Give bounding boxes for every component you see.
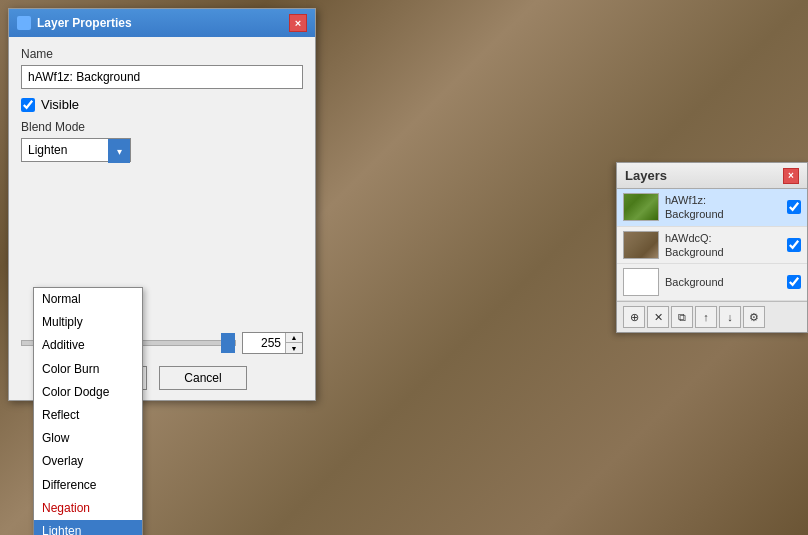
blend-option-difference[interactable]: Difference [34,474,142,497]
dialog-icon [17,16,31,30]
layer-thumb-1 [623,231,659,259]
blend-option-lighten[interactable]: Lighten [34,520,142,535]
cancel-button[interactable]: Cancel [159,366,246,390]
blend-mode-label: Blend Mode [21,120,303,134]
blend-option-color-dodge[interactable]: Color Dodge [34,381,142,404]
spinner-up[interactable]: ▲ [286,333,302,343]
visible-row: Visible [21,97,303,112]
blend-option-overlay[interactable]: Overlay [34,450,142,473]
layers-close-button[interactable]: × [783,168,799,184]
opacity-slider-thumb[interactable] [221,333,235,353]
visible-label: Visible [41,97,79,112]
layer-item-0[interactable]: hAWf1z:Background [617,189,807,227]
blend-select-container: Lighten ▾ Normal Multiply Additive Color… [21,138,303,162]
blend-option-normal[interactable]: Normal [34,288,142,311]
blend-option-glow[interactable]: Glow [34,427,142,450]
layer-thumb-2 [623,268,659,296]
spinner-down[interactable]: ▼ [286,343,302,353]
dialog-titlebar: Layer Properties × [9,9,315,37]
spinner-arrows: ▲ ▼ [285,333,302,353]
blend-option-multiply[interactable]: Multiply [34,311,142,334]
move-layer-up-button[interactable]: ↑ [695,306,717,328]
dialog-title: Layer Properties [37,16,132,30]
layer-item-1[interactable]: hAWdcQ:Background [617,227,807,265]
visible-checkbox[interactable] [21,98,35,112]
remove-layer-button[interactable]: ✕ [647,306,669,328]
name-input[interactable] [21,65,303,89]
layer-thumb-0 [623,193,659,221]
blend-option-negation[interactable]: Negation [34,497,142,520]
blend-option-color-burn[interactable]: Color Burn [34,358,142,381]
move-layer-down-button[interactable]: ↓ [719,306,741,328]
layers-panel-title: Layers [625,168,667,183]
duplicate-layer-button[interactable]: ⧉ [671,306,693,328]
layer-name-0: hAWf1z:Background [665,193,781,222]
opacity-spinner: ▲ ▼ [242,332,303,354]
layers-panel: Layers × hAWf1z:Background hAWdcQ:Backgr… [616,162,808,333]
dialog-close-button[interactable]: × [289,14,307,32]
blend-option-additive[interactable]: Additive [34,334,142,357]
dialog-title-left: Layer Properties [17,16,132,30]
layers-titlebar: Layers × [617,163,807,189]
blend-selected-value: Lighten [22,143,130,157]
dialog-body: Name Visible Blend Mode Lighten ▾ Normal… [9,37,315,400]
opacity-input[interactable] [243,334,285,352]
layer-name-2: Background [665,275,781,289]
blend-mode-dropdown: Normal Multiply Additive Color Burn Colo… [33,287,143,535]
layer-item-2[interactable]: Background [617,264,807,301]
add-layer-button[interactable]: ⊕ [623,306,645,328]
name-label: Name [21,47,303,61]
layer-settings-button[interactable]: ⚙ [743,306,765,328]
layer-visible-checkbox-0[interactable] [787,200,801,214]
layers-toolbar: ⊕ ✕ ⧉ ↑ ↓ ⚙ [617,301,807,332]
layer-visible-checkbox-2[interactable] [787,275,801,289]
layer-name-1: hAWdcQ:Background [665,231,781,260]
layer-properties-dialog: Layer Properties × Name Visible Blend Mo… [8,8,316,401]
layer-visible-checkbox-1[interactable] [787,238,801,252]
blend-option-reflect[interactable]: Reflect [34,404,142,427]
